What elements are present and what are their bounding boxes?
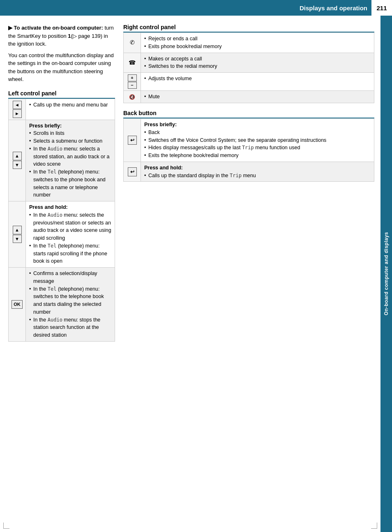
accept-icon-cell: ☎ xyxy=(124,53,141,73)
header-title: Displays and operation xyxy=(300,5,367,12)
page-number-box: 211 xyxy=(371,0,392,16)
up-arrow-icon-2: ▲ xyxy=(13,226,22,234)
volume-icon-cell: + − xyxy=(124,73,141,91)
list-item: Scrolls in lists xyxy=(29,130,111,137)
left-arrow-icon: ◄ xyxy=(13,101,22,109)
up-arrow-icon: ▲ xyxy=(13,152,22,160)
vol-plus-icon: + xyxy=(128,74,137,81)
press-briefly-label-1: Press briefly: xyxy=(29,122,111,130)
mute-icon-cell: 🔇 xyxy=(124,91,141,103)
back-icon-2: ↩ xyxy=(128,167,137,176)
back-brief-desc: Press briefly: Back Switches off the Voi… xyxy=(141,119,374,162)
back-button-section: Back button ↩ Press briefly: Back Switch… xyxy=(123,110,374,182)
side-tab: On-board computer and displays xyxy=(380,16,392,532)
list-item: Rejects or ends a call xyxy=(144,35,371,43)
list-item: Selects a submenu or function xyxy=(29,137,111,145)
page-number: 211 xyxy=(376,5,387,12)
list-item: Calls up the menu and menu bar xyxy=(29,101,111,109)
accept-desc: Makes or accepts a call Switches to the … xyxy=(141,53,374,73)
ok-desc: Confirms a selection/display message In … xyxy=(26,268,115,342)
list-item: In the Audio menu: selects the previous/… xyxy=(29,211,111,242)
ud-hold-desc: Press and hold: In the Audio menu: selec… xyxy=(26,201,115,268)
list-item: Calls up the standard display in the Tri… xyxy=(144,172,371,180)
back-icon-cell-2: ↩ xyxy=(124,162,141,182)
table-row: ↩ Press briefly: Back Switches off the V… xyxy=(124,119,374,162)
back-hold-desc: Press and hold: Calls up the standard di… xyxy=(141,162,374,182)
mute-desc: Mute xyxy=(141,91,374,103)
list-item: In the Tel (telephone) menu: switches to… xyxy=(29,285,111,316)
back-icon-cell-1: ↩ xyxy=(124,119,141,162)
ok-icon: OK xyxy=(12,300,23,309)
back-icon-1: ↩ xyxy=(128,136,137,145)
list-item: Exits the telephone book/redial memory xyxy=(144,152,371,160)
intro-bold-prefix: ▶ To activate the on-board computer: xyxy=(8,25,103,31)
main-content: ▶ To activate the on-board computer: tur… xyxy=(0,16,380,532)
back-button-title: Back button xyxy=(123,110,374,118)
list-item: In the Tel (telephone) menu: switches to… xyxy=(29,168,111,199)
table-row: ▲ ▼ Press briefly: Scrolls in lists Sele… xyxy=(9,120,115,201)
list-item: In the Audio menu: stops the station sea… xyxy=(29,316,111,339)
right-arrow-icon: ► xyxy=(13,109,22,118)
list-item: Mute xyxy=(144,93,371,101)
intro-paragraph: You can control the multifunction displa… xyxy=(8,51,115,83)
side-tab-text: On-board computer and displays xyxy=(383,232,389,315)
left-panel-title: Left control panel xyxy=(8,90,115,99)
right-panel-title: Right control panel xyxy=(123,24,374,32)
list-item: Hides display messages/calls up the last… xyxy=(144,144,371,152)
table-row: ▲ ▼ Press and hold: In the Audio menu: s… xyxy=(9,201,115,268)
volume-desc: Adjusts the volume xyxy=(141,73,374,91)
list-item: Makes or accepts a call xyxy=(144,55,371,63)
ok-icon-cell: OK xyxy=(9,268,26,342)
ud-arrow-icon-cell-1: ▲ ▼ xyxy=(9,120,26,201)
reject-icon-cell: ✆ xyxy=(124,33,141,53)
table-row: ☎ Makes or accepts a call Switches to th… xyxy=(124,53,374,73)
right-panel-table: ✆ Rejects or ends a call Exits phone boo… xyxy=(123,32,374,103)
list-item: Adjusts the volume xyxy=(144,75,371,83)
ud-brief-desc: Press briefly: Scrolls in lists Selects … xyxy=(26,120,115,201)
list-item: Switches off the Voice Control System; s… xyxy=(144,136,371,144)
ud-arrow-icon-cell-2: ▲ ▼ xyxy=(9,201,26,268)
press-hold-label-1: Press and hold: xyxy=(29,204,111,211)
down-arrow-icon-2: ▼ xyxy=(13,235,22,243)
list-item: Confirms a selection/display message xyxy=(29,270,111,285)
press-briefly-label-2: Press briefly: xyxy=(144,121,371,129)
lr-arrow-desc: Calls up the menu and menu bar xyxy=(26,99,115,120)
lr-arrow-icon-cell: ◄ ► xyxy=(9,99,26,120)
phone-reject-icon: ✆ xyxy=(130,39,135,46)
list-item: Back xyxy=(144,129,371,136)
header-bar: Displays and operation 211 xyxy=(0,0,392,16)
table-row: ↩ Press and hold: Calls up the standard … xyxy=(124,162,374,182)
back-button-table: ↩ Press briefly: Back Switches off the V… xyxy=(123,118,374,182)
list-item: Exits phone book/redial memory xyxy=(144,43,371,51)
mute-icon: 🔇 xyxy=(129,94,135,100)
left-column: ▶ To activate the on-board computer: tur… xyxy=(8,24,115,524)
left-panel-table: ◄ ► Calls up the menu and menu bar xyxy=(8,99,115,342)
table-row: ◄ ► Calls up the menu and menu bar xyxy=(9,99,115,120)
list-item: Switches to the redial memory xyxy=(144,62,371,70)
right-column: Right control panel ✆ Rejects or ends a … xyxy=(123,24,374,524)
table-row: ✆ Rejects or ends a call Exits phone boo… xyxy=(124,33,374,53)
table-row: + − Adjusts the volume xyxy=(124,73,374,91)
intro-text: ▶ To activate the on-board computer: tur… xyxy=(8,24,115,48)
list-item: In the Tel (telephone) menu: starts rapi… xyxy=(29,242,111,265)
press-hold-label-2: Press and hold: xyxy=(144,164,371,172)
left-panel-section: Left control panel ◄ ► Calls u xyxy=(8,90,115,342)
table-row: OK Confirms a selection/display message … xyxy=(9,268,115,342)
intro-section: ▶ To activate the on-board computer: tur… xyxy=(8,24,115,83)
table-row: 🔇 Mute xyxy=(124,91,374,103)
right-panel-section: Right control panel ✆ Rejects or ends a … xyxy=(123,24,374,103)
phone-accept-icon: ☎ xyxy=(129,59,136,66)
down-arrow-icon: ▼ xyxy=(13,161,22,169)
vol-minus-icon: − xyxy=(128,82,137,89)
list-item: In the Audio menu: selects a stored stat… xyxy=(29,145,111,168)
reject-desc: Rejects or ends a call Exits phone book/… xyxy=(141,33,374,53)
